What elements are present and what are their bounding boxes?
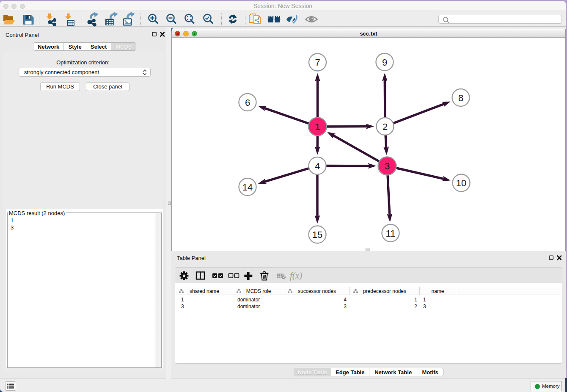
svg-text:7: 7 [315, 57, 320, 68]
svg-text:8: 8 [458, 93, 463, 103]
svg-text:1: 1 [315, 121, 320, 132]
svg-text:2: 2 [383, 121, 388, 132]
svg-text:3: 3 [385, 161, 390, 171]
svg-text:f(x): f(x) [290, 271, 302, 281]
svg-text:11: 11 [386, 228, 396, 239]
svg-text:9: 9 [382, 57, 387, 68]
svg-text:4: 4 [315, 161, 320, 171]
svg-text:15: 15 [312, 229, 322, 240]
svg-text:14: 14 [242, 182, 253, 193]
svg-text:6: 6 [245, 97, 250, 108]
svg-text:10: 10 [456, 178, 466, 188]
